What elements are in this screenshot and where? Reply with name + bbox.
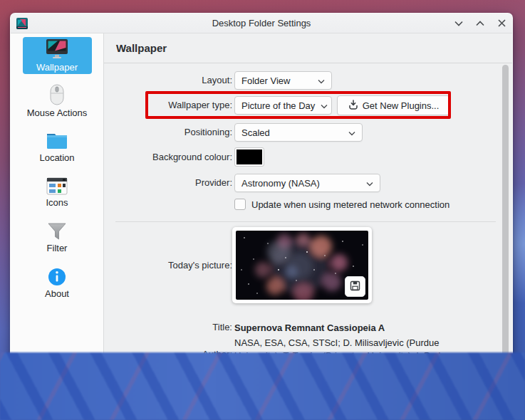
layout-combobox[interactable]: Folder View <box>234 71 332 90</box>
sidebar-item-label: About <box>45 288 69 299</box>
picture-title-value: Supernova Remnant Cassiopeia A <box>234 322 385 335</box>
cancel-icon <box>452 386 461 397</box>
monitor-wallpaper-icon <box>45 38 69 60</box>
todays-picture-frame <box>232 227 372 303</box>
ok-button[interactable]: ✓ OK <box>316 380 372 401</box>
wallpaper-type-combobox[interactable]: Picture of the Day <box>234 96 332 115</box>
provider-value: Astronomy (NASA) <box>241 178 360 189</box>
provider-combobox[interactable]: Astronomy (NASA) <box>234 174 380 192</box>
layout-label: Layout: <box>104 75 232 85</box>
check-icon: ✓ <box>331 387 339 396</box>
sidebar-item-wallpaper[interactable]: Wallpaper <box>23 37 92 74</box>
dialog-footer: ✓ OK ✓ Apply Cancel <box>104 376 512 405</box>
save-floppy-icon <box>350 280 360 293</box>
sidebar-item-label: Location <box>39 152 74 163</box>
positioning-value: Scaled <box>241 127 343 138</box>
icons-grid-icon <box>46 177 68 195</box>
supernova-remnant-photo <box>236 231 368 300</box>
sidebar-item-filter[interactable]: Filter <box>23 219 92 256</box>
settings-form: Layout: Folder View Wallpaper type: Pict… <box>104 63 512 376</box>
chevron-down-icon <box>318 75 325 86</box>
minimize-icon[interactable] <box>454 19 464 28</box>
check-icon: ✓ <box>388 387 396 396</box>
sidebar-item-icons[interactable]: Icons <box>23 174 92 211</box>
sidebar-item-label: Filter <box>47 243 68 253</box>
maximize-icon[interactable] <box>475 19 485 28</box>
chevron-down-icon <box>321 100 328 111</box>
picture-title-label: Title: <box>104 322 232 332</box>
provider-label: Provider: <box>104 177 232 188</box>
wallpaper-type-label: Wallpaper type: <box>104 100 232 110</box>
cancel-button-label: Cancel <box>466 386 494 397</box>
sidebar-item-location[interactable]: Location <box>23 128 92 165</box>
folder-icon <box>46 131 68 150</box>
sidebar-item-about[interactable]: About <box>23 265 92 302</box>
apply-button-label: Apply <box>401 386 425 397</box>
sidebar-item-label: Wallpaper <box>36 62 78 73</box>
todays-picture-label: Today's picture: <box>104 227 232 303</box>
positioning-combobox[interactable]: Scaled <box>234 123 363 142</box>
titlebar[interactable]: Desktop Folder Settings <box>11 14 512 33</box>
chevron-down-icon <box>366 178 373 189</box>
sidebar-item-label: Icons <box>46 197 68 208</box>
desktop-wallpaper: Desktop Folder Settings <box>0 0 525 420</box>
get-new-stuff-icon <box>348 100 358 112</box>
ok-button-label: OK <box>344 386 358 397</box>
cancel-button[interactable]: Cancel <box>441 380 505 401</box>
section-divider <box>115 221 496 222</box>
sidebar-item-mouse-actions[interactable]: Mouse Actions <box>23 83 92 120</box>
background-colour-button[interactable] <box>234 147 264 167</box>
desktop-folder-settings-window: Desktop Folder Settings <box>10 13 513 406</box>
wallpaper-type-value: Picture of the Day <box>241 100 315 111</box>
picture-author-label: Author: <box>104 349 232 359</box>
info-icon <box>48 268 66 286</box>
get-new-plugins-label: Get New Plugins... <box>363 100 440 111</box>
sidebar-item-label: Mouse Actions <box>27 107 88 118</box>
close-icon[interactable] <box>497 19 506 28</box>
metered-connection-row: Update when using metered network connec… <box>234 199 449 210</box>
vertical-scrollbar[interactable] <box>502 65 509 360</box>
get-new-plugins-button[interactable]: Get New Plugins... <box>337 95 450 115</box>
positioning-label: Positioning: <box>104 127 232 137</box>
save-image-button[interactable] <box>345 276 365 297</box>
picture-author-value: NASA, ESA, CSA, STScI; D. Milisavljevic … <box>234 337 474 375</box>
settings-sidebar: Wallpaper Mouse Actions Location <box>11 33 104 405</box>
apply-button[interactable]: ✓ Apply <box>378 380 435 401</box>
page-title: Wallpaper <box>104 33 512 63</box>
metered-connection-checkbox[interactable] <box>234 199 246 210</box>
colour-swatch <box>236 149 262 164</box>
window-title: Desktop Folder Settings <box>11 18 512 28</box>
funnel-icon <box>47 222 67 241</box>
background-colour-label: Background colour: <box>104 152 232 162</box>
mouse-icon <box>49 84 65 105</box>
metered-connection-label: Update when using metered network connec… <box>251 199 449 210</box>
layout-value: Folder View <box>241 75 312 86</box>
chevron-down-icon <box>348 127 355 138</box>
